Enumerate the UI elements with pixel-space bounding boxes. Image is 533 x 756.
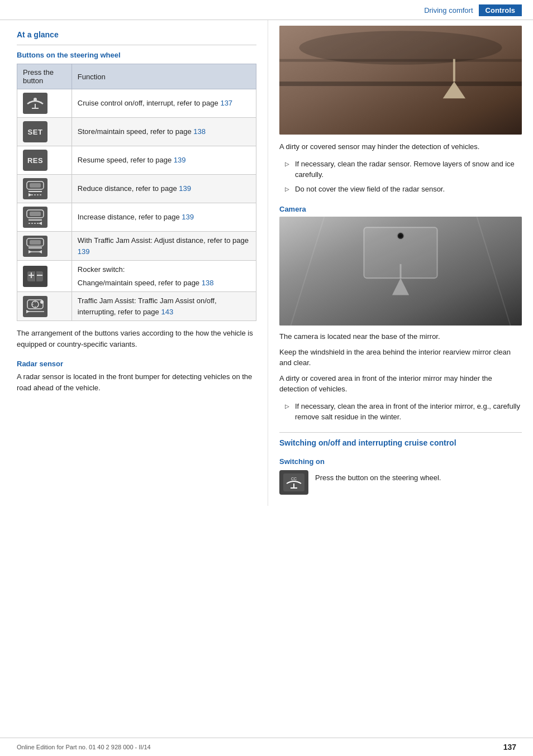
sensor-text: A dirty or covered sensor may hinder the… bbox=[279, 141, 522, 152]
table-row-function-2: Resume speed, refer to page 139 bbox=[72, 146, 256, 175]
page-ref-2: 139 bbox=[174, 156, 186, 164]
button-icon-RES: RES bbox=[23, 150, 47, 171]
table-row-function-4: Increase distance, refer to page 139 bbox=[72, 203, 256, 232]
table-row-icon-2: RES bbox=[17, 146, 72, 175]
sensor-bullet-2: Do not cover the view field of the radar… bbox=[285, 182, 522, 197]
svg-rect-20 bbox=[27, 271, 43, 281]
table-row-function-6: Rocker switch:Change/maintain speed, ref… bbox=[72, 261, 256, 292]
function-text-4: Increase distance, refer to page bbox=[78, 213, 182, 221]
bumper-image bbox=[279, 26, 522, 135]
at-a-glance-title: At a glance bbox=[17, 30, 256, 39]
camera-text2: Keep the windshield in the area behind t… bbox=[279, 347, 522, 369]
sensor-bullets: If necessary, clean the radar sensor. Re… bbox=[285, 157, 522, 197]
table-row-function-1: Store/maintain speed, refer to page 138 bbox=[72, 118, 256, 146]
table-row-icon-1: SET bbox=[17, 118, 72, 146]
button-icon-dist-adjust bbox=[23, 236, 47, 257]
svg-rect-22 bbox=[31, 272, 32, 278]
function-text-0: Cruise control on/off, interrupt, refer … bbox=[78, 99, 221, 107]
table-row-icon-7 bbox=[17, 292, 72, 321]
footer-edition: Online Edition for Part no. 01 40 2 928 … bbox=[17, 744, 151, 750]
button-icon-cruise bbox=[23, 93, 47, 114]
function-text-7: Traffic Jam Assist: Traffic Jam Assist o… bbox=[78, 296, 217, 316]
button-icon-traffic-jam bbox=[23, 296, 47, 317]
camera-text1: The camera is located near the base of t… bbox=[279, 331, 522, 342]
camera-title: Camera bbox=[279, 205, 522, 213]
page-ref-6: 138 bbox=[202, 279, 214, 287]
table-row-icon-5 bbox=[17, 232, 72, 261]
switching-on-text: Press the button on the steering wheel. bbox=[315, 470, 441, 484]
buttons-table: Press the button Function Cruise control… bbox=[17, 64, 256, 321]
arrangement-text: The arrangement of the buttons varies ac… bbox=[17, 328, 256, 350]
rocker-line2: Change/maintain speed, refer to page bbox=[78, 279, 202, 287]
switching-section: Switching on/off and interrupting cruise… bbox=[279, 432, 522, 495]
function-text-3: Reduce distance, refer to page bbox=[78, 184, 179, 193]
table-row-function-7: Traffic Jam Assist: Traffic Jam Assist o… bbox=[72, 292, 256, 321]
right-column: A dirty or covered sensor may hinder the… bbox=[268, 20, 533, 506]
svg-rect-10 bbox=[30, 212, 41, 216]
page-footer: Online Edition for Part no. 01 40 2 928 … bbox=[0, 738, 533, 756]
table-row-function-5: With Traffic Jam Assist: Adjust distance… bbox=[72, 232, 256, 261]
svg-text:CC: CC bbox=[291, 477, 297, 481]
section-divider bbox=[17, 45, 256, 45]
switching-cruise-icon: CC bbox=[279, 470, 308, 495]
main-content: At a glance Buttons on the steering whee… bbox=[0, 20, 533, 506]
page-ref-0: 137 bbox=[220, 99, 232, 107]
table-row-icon-0 bbox=[17, 89, 72, 118]
button-icon-SET: SET bbox=[23, 121, 47, 142]
switching-divider bbox=[279, 432, 522, 433]
svg-rect-34 bbox=[279, 82, 522, 86]
page-ref-7: 143 bbox=[161, 308, 173, 316]
switching-title: Switching on/off and interrupting cruise… bbox=[279, 438, 522, 447]
radar-title: Radar sensor bbox=[17, 360, 256, 368]
table-row-icon-4 bbox=[17, 203, 72, 232]
page-ref-4: 139 bbox=[182, 213, 194, 221]
page-ref-3: 139 bbox=[179, 184, 191, 193]
sensor-bullet-1: If necessary, clean the radar sensor. Re… bbox=[285, 157, 522, 182]
page-header: Driving comfort Controls bbox=[0, 0, 533, 20]
camera-svg bbox=[279, 217, 522, 326]
function-text-1: Store/maintain speed, refer to page bbox=[78, 127, 193, 136]
svg-rect-15 bbox=[30, 240, 41, 245]
camera-text3: A dirty or covered area in front of the … bbox=[279, 373, 522, 395]
svg-point-42 bbox=[399, 234, 402, 237]
page-ref-1: 138 bbox=[193, 127, 206, 136]
camera-image bbox=[279, 217, 522, 326]
page-ref-5: 139 bbox=[78, 247, 90, 256]
button-icon-rocker bbox=[23, 266, 47, 287]
table-row-function-0: Cruise control on/off, interrupt, refer … bbox=[72, 89, 256, 118]
bumper-svg bbox=[279, 26, 522, 135]
footer-page: 137 bbox=[503, 743, 516, 752]
svg-rect-47 bbox=[283, 473, 304, 491]
svg-rect-24 bbox=[37, 275, 42, 276]
header-controls: Controls bbox=[479, 4, 522, 16]
svg-rect-5 bbox=[30, 183, 41, 188]
buttons-title: Buttons on the steering wheel bbox=[17, 51, 256, 59]
camera-bullets: If necessary, clean the area in front of… bbox=[285, 399, 522, 424]
table-row-function-3: Reduce distance, refer to page 139 bbox=[72, 175, 256, 203]
rocker-line1: Rocker switch: bbox=[78, 264, 250, 275]
camera-bullet-1: If necessary, clean the area in front of… bbox=[285, 399, 522, 424]
table-row-icon-6 bbox=[17, 261, 72, 292]
svg-point-3 bbox=[34, 98, 37, 101]
table-header-col1: Press the button bbox=[17, 64, 72, 89]
cruise-icon-svg: CC bbox=[282, 472, 306, 492]
radar-text: A radar sensor is located in the front b… bbox=[17, 371, 256, 393]
left-column: At a glance Buttons on the steering whee… bbox=[0, 20, 268, 506]
table-row-icon-3 bbox=[17, 175, 72, 203]
header-driving-comfort: Driving comfort bbox=[424, 6, 473, 15]
button-icon-dist-increase bbox=[23, 207, 47, 228]
svg-point-36 bbox=[299, 31, 502, 65]
function-text-5: With Traffic Jam Assist: Adjust distance… bbox=[78, 236, 249, 245]
svg-point-30 bbox=[40, 300, 44, 304]
table-header-col2: Function bbox=[72, 64, 256, 89]
button-icon-dist-reduce bbox=[23, 178, 47, 199]
switching-on-row: CC Press the button on the steering whee… bbox=[279, 470, 522, 495]
switching-on-title: Switching on bbox=[279, 457, 522, 466]
function-text-2: Resume speed, refer to page bbox=[78, 156, 174, 164]
